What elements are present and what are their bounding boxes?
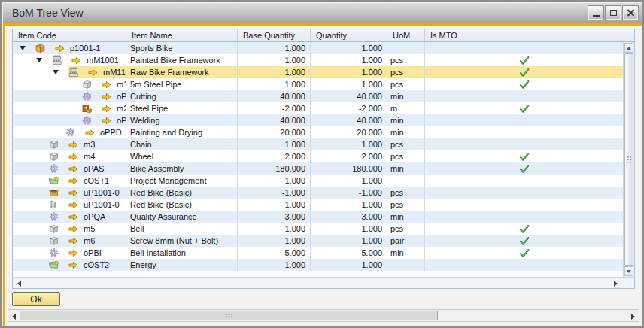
title-bar[interactable]: BoM Tree View bbox=[3, 3, 642, 23]
item-code-cell: cOST1 bbox=[13, 175, 126, 187]
item-name: Steel Pipe bbox=[126, 102, 238, 114]
table-row[interactable]: oPCU Cutting 40.000 40.000 min bbox=[13, 90, 623, 102]
link-arrow-icon[interactable] bbox=[68, 152, 78, 162]
table-row[interactable]: m3 Chain 1.000 1.000 pcs bbox=[13, 138, 623, 150]
vertical-scrollbar-thumb[interactable] bbox=[624, 53, 633, 266]
link-arrow-icon[interactable] bbox=[68, 176, 78, 186]
minimize-button[interactable] bbox=[588, 6, 603, 20]
money-icon bbox=[48, 260, 59, 270]
quantity: 1.000 bbox=[311, 78, 387, 90]
uom bbox=[387, 259, 425, 271]
quantity: -2.000 bbox=[311, 102, 387, 114]
table-row[interactable]: m2 Steel Pipe -2.000 -2.000 m bbox=[13, 102, 623, 114]
link-arrow-icon[interactable] bbox=[68, 200, 78, 210]
expander-icon bbox=[53, 132, 65, 133]
uom: pcs bbox=[387, 199, 425, 211]
table-row[interactable]: cOST1 Project Management 1.000 1.000 bbox=[13, 175, 623, 187]
item-code: mM1001 bbox=[87, 56, 119, 65]
mto-check-icon bbox=[519, 104, 530, 114]
scroll-left-icon[interactable] bbox=[17, 281, 21, 287]
mto-check-icon bbox=[519, 80, 530, 90]
item-name: Bike Assembly bbox=[126, 162, 238, 175]
uom bbox=[387, 175, 425, 187]
item-code-cell: uP1001-0 bbox=[13, 187, 126, 199]
table-row[interactable]: uP1001-0 Red Bike (Basic) -1.000 -1.000 … bbox=[13, 187, 623, 199]
is-mto-cell bbox=[425, 187, 623, 199]
table-row[interactable]: m1 5m Steel Pipe 1.000 1.000 pcs bbox=[13, 78, 623, 90]
table-row[interactable]: cOST2 Energy 1.000 1.000 bbox=[13, 259, 623, 271]
item-name: Welding bbox=[126, 114, 238, 126]
expander-icon bbox=[36, 265, 48, 266]
gear-icon bbox=[48, 248, 59, 258]
base-quantity: 1.000 bbox=[238, 54, 311, 66]
link-arrow-icon[interactable] bbox=[68, 260, 78, 270]
table-row[interactable]: oPBI Bell Installation 5.000 5.000 min bbox=[13, 247, 623, 259]
item-code-cell: cOST2 bbox=[13, 259, 126, 271]
expander-icon bbox=[36, 181, 48, 181]
table-body: p1001-1 Sports Bike 1.000 1.000 mM1001 P… bbox=[13, 42, 623, 277]
link-arrow-icon[interactable] bbox=[102, 80, 111, 90]
link-arrow-icon[interactable] bbox=[102, 104, 111, 114]
link-arrow-icon[interactable] bbox=[85, 128, 95, 138]
link-arrow-icon[interactable] bbox=[68, 236, 78, 246]
triangle-up-icon bbox=[627, 47, 631, 50]
window-horizontal-scrollbar[interactable] bbox=[8, 309, 639, 322]
table-row[interactable]: m4 Wheel 2.000 2.000 pcs bbox=[13, 150, 623, 162]
base-quantity: 1.000 bbox=[238, 42, 311, 54]
scroll-left-icon[interactable] bbox=[12, 314, 16, 320]
quantity: 40.000 bbox=[311, 90, 387, 102]
scroll-right-icon[interactable] bbox=[614, 281, 618, 287]
table-row[interactable]: m6 Screw 8mm (Nut + Bolt) 1.000 1.000 pa… bbox=[13, 235, 623, 247]
expander-icon[interactable] bbox=[20, 46, 26, 50]
link-arrow-icon[interactable] bbox=[55, 44, 65, 53]
expander-icon[interactable] bbox=[53, 70, 59, 74]
item-code-cell: oPCU bbox=[13, 90, 126, 102]
table-row[interactable]: p1001-1 Sports Bike 1.000 1.000 bbox=[13, 42, 623, 54]
table-row[interactable]: mM1001 Painted Bike Framework 1.000 1.00… bbox=[13, 54, 623, 66]
expander-icon bbox=[36, 241, 48, 241]
link-arrow-icon[interactable] bbox=[68, 164, 78, 174]
expander-icon[interactable] bbox=[36, 58, 42, 62]
item-code: m4 bbox=[84, 152, 95, 161]
uom: pcs bbox=[387, 54, 425, 66]
link-arrow-icon[interactable] bbox=[102, 92, 111, 102]
link-arrow-icon[interactable] bbox=[68, 248, 78, 258]
table-vertical-scrollbar[interactable] bbox=[623, 42, 634, 277]
maximize-button[interactable] bbox=[606, 6, 621, 20]
table-row[interactable]: oPQA Quality Assurance 3.000 3.000 min bbox=[13, 211, 623, 223]
mto-check-icon bbox=[519, 236, 530, 246]
table-horizontal-scrollbar[interactable] bbox=[13, 277, 634, 288]
link-arrow-icon[interactable] bbox=[102, 116, 111, 126]
item-code: uP1001-0 bbox=[84, 188, 120, 197]
table-row[interactable]: oPAS Bike Assembly 180.000 180.000 min bbox=[13, 162, 623, 175]
is-mto-cell bbox=[425, 42, 623, 54]
scroll-right-icon[interactable] bbox=[631, 314, 635, 320]
table-row[interactable]: oPPD Painting and Drying 20.000 20.000 m… bbox=[13, 126, 623, 138]
link-arrow-icon[interactable] bbox=[68, 140, 78, 150]
ok-button[interactable]: Ok bbox=[12, 292, 60, 306]
horizontal-scrollbar-thumb[interactable] bbox=[20, 311, 438, 320]
item-code-cell: m1 bbox=[13, 78, 126, 90]
table-row[interactable]: m5 Bell 1.000 1.000 pcs bbox=[13, 223, 623, 235]
item-name: Painted Bike Framework bbox=[126, 54, 238, 66]
item-code: m3 bbox=[84, 140, 95, 149]
table-row[interactable]: oPWE Welding 40.000 40.000 min bbox=[13, 114, 623, 126]
scroll-down-button[interactable] bbox=[624, 266, 633, 276]
close-button[interactable] bbox=[623, 6, 638, 20]
item-name: Energy bbox=[126, 259, 238, 271]
link-arrow-icon[interactable] bbox=[68, 188, 78, 198]
table-row[interactable]: mM1101 Raw Bike Framework 1.000 1.000 pc… bbox=[13, 66, 623, 78]
maximize-icon bbox=[610, 10, 617, 16]
expander-icon bbox=[36, 229, 48, 229]
link-arrow-icon[interactable] bbox=[71, 56, 81, 65]
box-gray-icon bbox=[48, 223, 59, 234]
is-mto-cell bbox=[425, 66, 623, 78]
link-arrow-icon[interactable] bbox=[68, 224, 78, 234]
quantity: 3.000 bbox=[311, 211, 387, 223]
link-arrow-icon[interactable] bbox=[68, 212, 78, 222]
gear-icon bbox=[48, 211, 59, 222]
item-name: Cutting bbox=[126, 90, 238, 102]
table-row[interactable]: uP1001-0 Red Bike (Basic) 1.000 1.000 pc… bbox=[13, 199, 623, 211]
scroll-up-button[interactable] bbox=[624, 43, 633, 53]
link-arrow-icon[interactable] bbox=[88, 68, 98, 77]
